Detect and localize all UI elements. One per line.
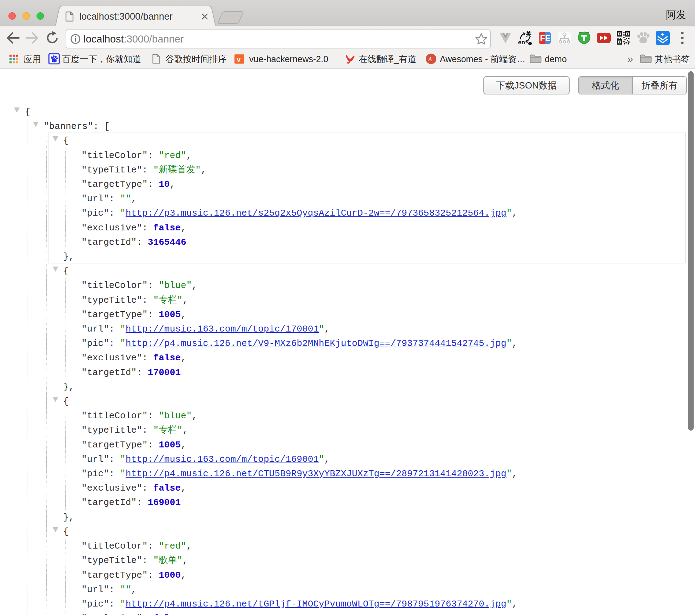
json-key: "titleColor" <box>81 411 148 421</box>
page-icon <box>152 54 160 64</box>
address-bar[interactable]: localhost:3000/banner <box>66 30 491 48</box>
json-quote: " <box>120 208 126 218</box>
url-host: localhost <box>84 33 124 45</box>
tampermonkey-icon[interactable] <box>574 28 594 48</box>
paw-icon[interactable] <box>633 28 653 48</box>
json-toolbar: 下载JSON数据 格式化 折叠所有 <box>0 76 695 94</box>
active-tab[interactable]: localhost:3000/banner <box>62 6 211 27</box>
json-number-value: 10 <box>159 179 170 190</box>
forward-button[interactable] <box>26 32 40 44</box>
collapse-triangle-icon[interactable] <box>33 122 39 127</box>
json-viewer: {"banners": [{"titleColor": "red","typeT… <box>0 105 695 615</box>
new-tab-button[interactable] <box>217 11 249 25</box>
collapse-triangle-icon[interactable] <box>53 527 58 532</box>
json-number-value: 170001 <box>148 367 181 378</box>
json-key: "targetType" <box>81 309 148 320</box>
json-number-value: false <box>153 483 181 493</box>
json-url-link[interactable]: http://p4.music.126.net/V9-MXz6b2MNhEKju… <box>126 338 507 349</box>
sitemap-icon[interactable] <box>555 28 574 48</box>
bookmark-label: 谷歌按时间排序 <box>165 53 227 65</box>
bookmark-google-sort[interactable]: 谷歌按时间排序 <box>152 53 227 65</box>
collapse-triangle-icon[interactable] <box>53 136 58 142</box>
apps-grid-icon <box>9 54 18 63</box>
json-object-open: { <box>48 264 685 278</box>
json-object-properties: "titleColor": "blue","typeTitle": "专栏","… <box>48 278 685 380</box>
json-string-value: "blue" <box>159 411 192 421</box>
bookmark-vue-hackernews[interactable]: v vue-hackernews-2.0 <box>234 54 328 64</box>
svg-text:A: A <box>428 56 432 63</box>
json-property: "typeTitle": "专栏", <box>48 293 685 308</box>
other-bookmarks[interactable]: 其他书签 <box>640 53 690 65</box>
bookmarks-overflow-chevron[interactable]: » <box>627 53 633 65</box>
json-object-close: }, <box>48 250 685 264</box>
fastforward-icon[interactable] <box>594 28 614 48</box>
json-key: "typeTitle" <box>81 165 142 175</box>
format-button[interactable]: 格式化 <box>579 77 633 94</box>
browser-menu-icon[interactable] <box>673 28 692 48</box>
json-number-value: 169001 <box>148 497 181 508</box>
vue-devtools-icon[interactable] <box>496 28 515 48</box>
bookmark-youdao[interactable]: 在线翻译_有道 <box>346 53 416 65</box>
json-key: "targetId" <box>81 497 137 508</box>
collapse-triangle-icon[interactable] <box>14 107 20 113</box>
json-string-value: "新碟首发" <box>153 165 201 175</box>
json-number-value: 1000 <box>159 570 181 581</box>
json-property: "titleColor": "red", <box>48 539 685 553</box>
juejin-icon[interactable] <box>653 28 673 48</box>
json-key: "url" <box>81 454 109 465</box>
json-url-link[interactable]: http://p4.music.126.net/tGPljf-IMOCyPvum… <box>126 599 507 609</box>
bookmark-awesomes[interactable]: A Awesomes - 前端资… <box>426 53 525 65</box>
json-url-link[interactable]: http://p3.music.126.net/s25q2x5QyqsAzilC… <box>126 208 507 218</box>
json-key: "targetId" <box>81 367 137 378</box>
json-url-link[interactable]: http://music.163.com/m/topic/170001 <box>126 324 319 334</box>
json-string-value: "red" <box>159 541 186 551</box>
json-key: "typeTitle" <box>81 425 142 435</box>
scrollbar-thumb[interactable] <box>688 71 694 431</box>
json-url-link[interactable]: http://music.163.com/m/topic/169001 <box>126 454 319 465</box>
reload-button[interactable] <box>45 31 59 45</box>
json-url-link[interactable]: http://p4.music.126.net/CTU5B9R9y3XyYBZX… <box>126 468 507 479</box>
json-banner-object: {"titleColor": "red","typeTitle": "新碟首发"… <box>48 134 685 264</box>
minimize-window-button[interactable] <box>22 12 30 20</box>
bookmark-label: demo <box>545 54 567 64</box>
json-property: "url": "", <box>48 583 685 597</box>
close-window-button[interactable] <box>8 12 16 20</box>
download-json-button[interactable]: 下载JSON数据 <box>483 76 570 94</box>
json-property: "pic": "http://p3.music.126.net/s25q2x5Q… <box>48 206 685 221</box>
tab-close-icon[interactable] <box>199 11 210 22</box>
page-info-icon[interactable] <box>70 34 81 44</box>
back-button[interactable] <box>6 32 20 44</box>
json-object-open: { <box>48 525 685 539</box>
json-key: "targetType" <box>81 179 148 190</box>
bookmark-star-icon[interactable] <box>475 32 488 46</box>
translator-icon[interactable]: 英 en <box>515 28 535 48</box>
json-root-open: { <box>0 105 695 119</box>
json-banners-open: "banners": [ <box>0 119 695 134</box>
bookmark-baidu[interactable]: 百度一下，你就知道 <box>48 53 141 65</box>
json-property: "targetId": 170001 <box>48 366 685 380</box>
json-property: "targetType": 1005, <box>48 438 685 452</box>
browser-window: localhost:3000/banner 阿发 localhost <box>0 0 695 615</box>
json-property: "targetId": 169001 <box>48 496 685 510</box>
json-quote: " <box>120 454 126 465</box>
json-property: "url": "http://music.163.com/m/topic/170… <box>48 322 685 336</box>
json-object-close: }, <box>48 510 685 525</box>
collapse-triangle-icon[interactable] <box>53 267 58 272</box>
qrcode-icon[interactable] <box>614 28 633 48</box>
json-object-properties: "titleColor": "red","typeTitle": "新碟首发",… <box>48 149 685 250</box>
json-key: "targetType" <box>81 570 148 581</box>
collapse-triangle-icon[interactable] <box>53 397 58 402</box>
json-string-value: "red" <box>159 150 186 161</box>
fehelper-icon[interactable]: F E <box>535 28 555 48</box>
json-key: "titleColor" <box>81 150 148 161</box>
json-key: "exclusive" <box>81 613 142 615</box>
bookmark-apps[interactable]: 应用 <box>9 53 41 65</box>
profile-name[interactable]: 阿发 <box>666 8 686 22</box>
bookmark-label: 其他书签 <box>655 53 690 65</box>
bookmark-demo-folder[interactable]: demo <box>530 54 567 64</box>
collapse-all-button[interactable]: 折叠所有 <box>633 77 686 94</box>
bookmark-label: 在线翻译_有道 <box>359 53 416 65</box>
json-key: "pic" <box>81 338 109 349</box>
json-property: "targetType": 1005, <box>48 308 685 322</box>
json-key: "typeTitle" <box>81 555 142 566</box>
